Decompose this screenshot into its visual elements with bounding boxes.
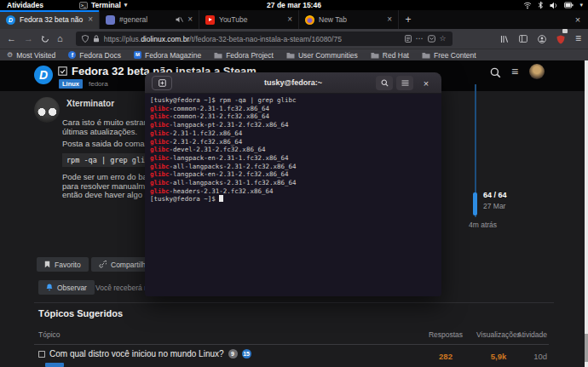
bookmark-star-icon[interactable]: ☆ [440,35,447,43]
library-icon[interactable] [500,35,509,43]
search-icon [381,79,389,87]
replies-count[interactable]: 282 [421,352,470,361]
watch-label: Observar [57,284,87,292]
terminal-search-button[interactable] [376,76,393,90]
check-square-icon [38,351,45,358]
bookmark-fedora-docs[interactable]: fFedora Docs [68,51,121,60]
url-host: diolinux.com.br [141,35,189,43]
terminal-header[interactable]: tusky@fedora:~ × [145,72,441,94]
bookmark-folder-free-content[interactable]: Free Content [422,51,476,60]
timeline-date: 27 Mar [483,202,505,210]
tab-youtube[interactable]: YouTube × [199,10,299,29]
browser-nav-bar: ← → ⌂ https://plus.diolinux.com.br/t/fed… [0,29,588,49]
tracking-shield-icon[interactable] [82,35,89,43]
bookmark-icon [44,261,50,268]
tab-fedora-topic[interactable]: D Fedora 32 beta não instal × [0,10,100,29]
tab-close-icon[interactable]: × [187,15,193,24]
favorite-button[interactable]: Favorito [37,257,89,272]
column-activity[interactable]: Atividade [508,330,547,339]
reader-mode-icon[interactable] [405,35,412,43]
caret-down-icon: ▾ [124,2,128,9]
reload-button[interactable] [41,35,49,43]
pocket-icon[interactable] [428,35,435,43]
tab-label: New Tab [319,15,383,24]
category-badge[interactable]: Linux [59,79,83,89]
terminal-new-tab-button[interactable] [152,76,172,90]
bookmark-folder-fedora-project[interactable]: Fedora Project [214,51,274,60]
page-actions-icon[interactable]: ⋯ [416,35,424,43]
tab-label: Fedora 32 beta não instal [20,15,84,24]
toolbar-right: ≡ [500,32,581,47]
page-scrollbar-thumb[interactable] [585,334,588,362]
back-button[interactable]: ← [7,34,16,43]
post-author-avatar[interactable] [34,97,60,123]
folder-icon [422,52,430,59]
column-topic[interactable]: Tópico [38,330,61,339]
bookmark-folder-red-hat[interactable]: Red Hat [371,51,409,60]
column-replies[interactable]: Respostas [421,330,470,339]
suggested-topic-title[interactable]: Com qual distro você iniciou no mundo Li… [49,349,224,358]
tab-label: #general [119,15,171,24]
topic-tags: Linux fedora [59,79,108,89]
bookmark-label: Fedora Docs [79,51,121,60]
forward-button[interactable]: → [24,34,33,43]
ublock-shield-icon [556,35,565,44]
tab-close-icon[interactable]: × [88,15,93,24]
bookmark-fedora-magazine[interactable]: MFedora Magazine [134,51,201,60]
hamburger-icon [401,80,409,86]
terminal-menu-button[interactable] [396,76,413,90]
screen: Atividades >_ Terminal ▾ 27 de mar 15:46… [0,0,588,367]
ublock-badge [562,29,568,33]
lock-icon[interactable] [93,35,100,43]
tab-muted-icon[interactable] [176,16,183,23]
terminal-output[interactable]: [tusky@fedora ~]$ rpm -qa | grep glibcgl… [145,94,441,296]
search-icon[interactable] [490,67,501,78]
user-avatar[interactable] [529,64,545,79]
bookmark-folder-user-communities[interactable]: User Communities [286,51,358,60]
timeline-thumb[interactable] [473,192,477,215]
watch-button[interactable]: Observar [38,280,95,295]
fedora-magazine-icon: M [134,51,141,59]
bookmark-label: Red Hat [383,51,409,60]
diolinux-favicon: D [6,15,15,25]
tab-close-icon[interactable]: × [387,15,392,24]
folder-icon [214,52,222,59]
topic-tag[interactable]: fedora [89,80,108,88]
url-bar[interactable]: https://plus.diolinux.com.br/t/fedora-32… [76,32,453,46]
suggested-topics-heading: Tópicos Sugeridos [38,308,123,318]
post-author-name[interactable]: Xterminator [66,99,114,108]
tab-close-icon[interactable]: × [287,15,292,24]
gear-icon: ⚙ [7,51,13,59]
home-button[interactable]: ⌂ [57,34,63,43]
system-status-area[interactable]: ▾ [523,0,583,10]
app-menu[interactable]: >_ Terminal ▾ [79,1,127,9]
tab-general[interactable]: #general × [100,10,199,29]
diolinux-logo[interactable]: D [34,66,53,84]
link-icon [99,261,107,268]
new-tab-button[interactable]: + [399,10,418,29]
table-divider [34,344,549,345]
bluetooth-icon [538,1,544,9]
activity-age[interactable]: 10d [508,352,547,361]
hamburger-menu-icon[interactable]: ≡ [511,65,518,78]
youtube-favicon [205,15,215,25]
activities-button[interactable]: Atividades [7,1,43,9]
firefox-favicon [305,15,314,25]
timeline-position: 64 / 64 [483,191,507,199]
terminal-close-button[interactable]: × [418,76,435,90]
menu-icon[interactable]: ≡ [575,34,581,43]
fedora-docs-icon: f [68,51,76,59]
bookmark-most-visited[interactable]: ⚙Most Visited [7,51,55,60]
clock[interactable]: 27 de mar 15:46 [267,1,321,9]
suggested-topic-row[interactable]: Com qual distro você iniciou no mundo Li… [38,349,251,358]
gnome-top-bar: Atividades >_ Terminal ▾ 27 de mar 15:46… [0,0,588,10]
window-close-button[interactable]: × [568,10,588,29]
account-icon[interactable] [538,35,546,43]
tab-new-tab[interactable]: New Tab × [299,10,399,29]
bookmark-label: Free Content [434,51,476,60]
topic-tag-badge-clipped[interactable] [45,363,64,367]
sidebar-icon[interactable] [519,35,527,43]
page-scrollbar[interactable] [585,60,588,367]
ublock-button[interactable] [556,32,565,47]
volume-icon [550,2,558,9]
